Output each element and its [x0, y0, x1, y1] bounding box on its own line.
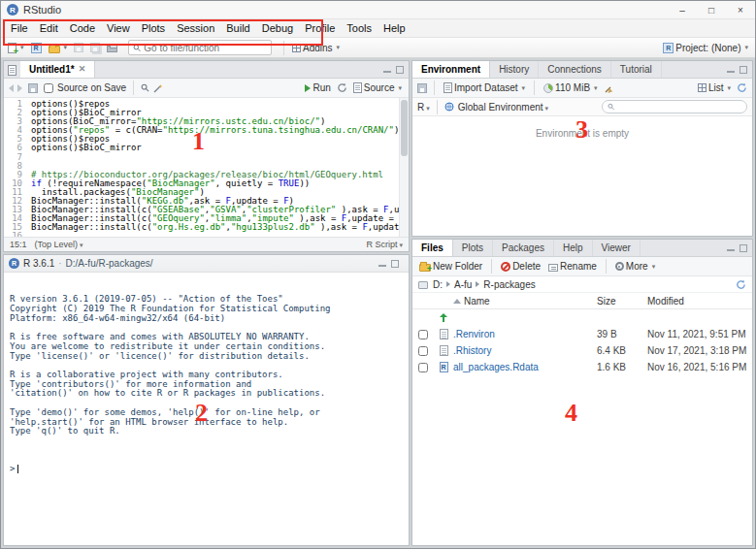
save-source-icon[interactable]: [28, 83, 38, 93]
scope-selector[interactable]: (Top Level): [35, 240, 83, 249]
tab-connections[interactable]: Connections: [539, 61, 611, 78]
delete-button[interactable]: Delete: [499, 258, 542, 275]
code-editor[interactable]: 12345678910111213141516 options()$reposo…: [4, 98, 409, 237]
source-on-save-label: Source on Save: [57, 82, 126, 93]
file-name-link[interactable]: .Rhistory: [453, 345, 491, 356]
clear-objects-broom-icon[interactable]: [604, 82, 615, 94]
save-all-button[interactable]: [88, 39, 102, 56]
minimize-pane-icon[interactable]: [383, 71, 391, 73]
maximize-pane-icon[interactable]: [391, 260, 399, 268]
menu-plots[interactable]: Plots: [136, 20, 171, 36]
tab-packages[interactable]: Packages: [493, 240, 554, 256]
editor-scrollbar[interactable]: [399, 98, 409, 237]
menu-profile[interactable]: Profile: [299, 20, 341, 36]
back-icon[interactable]: [9, 84, 14, 92]
minimize-pane-icon[interactable]: [727, 249, 735, 251]
maximize-button[interactable]: □: [697, 1, 726, 18]
list-view-button[interactable]: List: [696, 80, 733, 97]
menu-edit[interactable]: Edit: [34, 20, 64, 36]
file-type-selector[interactable]: R Script: [366, 240, 403, 249]
parent-directory-row[interactable]: [412, 309, 752, 326]
menu-session[interactable]: Session: [171, 20, 220, 36]
console-separator: ·: [58, 258, 61, 269]
file-row-rhistory[interactable]: .Rhistory 6.4 KB Nov 17, 2021, 3:18 PM: [412, 342, 752, 359]
close-tab-icon[interactable]: ✕: [79, 65, 86, 74]
more-button[interactable]: More: [613, 258, 657, 275]
tab-tutorial[interactable]: Tutorial: [611, 61, 662, 78]
breadcrumb-folder-afu[interactable]: A-fu: [453, 279, 473, 290]
minimize-pane-icon[interactable]: [727, 71, 735, 73]
new-project-button[interactable]: R: [29, 39, 44, 56]
menu-file[interactable]: File: [5, 20, 34, 36]
rerun-icon[interactable]: [337, 82, 347, 93]
tab-help[interactable]: Help: [554, 240, 593, 256]
minimize-button[interactable]: –: [668, 1, 697, 18]
tab-environment[interactable]: Environment: [412, 61, 490, 78]
file-name-link[interactable]: .Renviron: [453, 329, 495, 339]
close-button[interactable]: ×: [726, 1, 755, 18]
file-list-button[interactable]: [6, 61, 18, 79]
minimize-pane-icon[interactable]: [378, 265, 386, 267]
rename-button[interactable]: Rename: [546, 258, 599, 275]
source-tab-untitled1[interactable]: Untitled1* ✕: [20, 61, 95, 78]
maximize-pane-icon[interactable]: [740, 66, 747, 74]
file-modified: Nov 17, 2021, 3:18 PM: [647, 345, 752, 356]
tab-history[interactable]: History: [490, 61, 539, 78]
save-button[interactable]: [72, 39, 85, 56]
menu-help[interactable]: Help: [378, 20, 411, 36]
find-icon[interactable]: [141, 83, 149, 92]
refresh-icon[interactable]: [737, 82, 747, 93]
scrollbar-thumb[interactable]: [401, 100, 408, 156]
refresh-icon[interactable]: [736, 279, 746, 290]
file-size: 39 B: [597, 329, 647, 339]
menu-debug[interactable]: Debug: [256, 20, 299, 36]
column-modified[interactable]: Modified: [647, 296, 752, 307]
new-file-icon: [8, 43, 16, 53]
column-size[interactable]: Size: [597, 296, 647, 307]
file-name-link[interactable]: all_packages.Rdata: [453, 362, 539, 372]
tab-viewer[interactable]: Viewer: [593, 240, 641, 256]
file-checkbox[interactable]: [418, 330, 428, 339]
goto-input[interactable]: [144, 43, 267, 53]
new-folder-button[interactable]: New Folder: [417, 258, 484, 275]
memory-usage-button[interactable]: 110 MiB: [542, 80, 599, 97]
files-breadcrumb: D: A-fu R-packages: [412, 276, 752, 293]
language-selector[interactable]: R: [417, 102, 430, 113]
import-dataset-button[interactable]: Import Dataset: [442, 80, 527, 97]
menu-view[interactable]: View: [101, 20, 136, 36]
breadcrumb-folder-rpackages[interactable]: R-packages: [482, 279, 536, 290]
file-row-renviron[interactable]: .Renviron 39 B Nov 11, 2021, 9:51 PM: [412, 326, 752, 342]
menu-tools[interactable]: Tools: [341, 20, 378, 36]
tab-files[interactable]: Files: [412, 240, 453, 256]
file-checkbox[interactable]: [418, 346, 428, 356]
environment-scope-selector[interactable]: Global Environment: [458, 102, 548, 113]
console-body[interactable]: R version 3.6.1 (2019-07-05) -- "Action …: [4, 273, 409, 545]
project-selector[interactable]: R Project: (None): [661, 39, 750, 56]
print-button[interactable]: [105, 39, 119, 56]
goto-file-function: [128, 40, 272, 55]
toolbar-separator: [283, 41, 284, 55]
source-toolbar: Source on Save Run Source: [4, 79, 409, 98]
file-checkbox[interactable]: [418, 363, 428, 372]
menu-code[interactable]: Code: [64, 20, 101, 36]
r-version-icon: R: [9, 258, 19, 269]
tab-plots[interactable]: Plots: [453, 240, 493, 256]
file-row-all-packages-rdata[interactable]: R all_packages.Rdata 1.6 KB Nov 16, 2021…: [412, 359, 752, 375]
console-working-directory[interactable]: D:/A-fu/R-packages/: [66, 258, 153, 269]
run-button[interactable]: Run: [303, 80, 332, 97]
forward-icon[interactable]: [17, 84, 22, 92]
code-tools-wand-icon[interactable]: [153, 83, 163, 93]
more-label: More: [626, 261, 648, 272]
open-file-button[interactable]: [47, 39, 70, 56]
maximize-pane-icon[interactable]: [396, 66, 404, 74]
new-file-button[interactable]: [6, 39, 26, 56]
maximize-pane-icon[interactable]: [740, 244, 747, 252]
source-on-save-checkbox[interactable]: [44, 83, 53, 93]
menu-build[interactable]: Build: [220, 20, 255, 36]
save-workspace-icon[interactable]: [417, 83, 427, 93]
breadcrumb-drive[interactable]: D:: [432, 279, 444, 290]
addins-button[interactable]: Addins: [290, 39, 342, 56]
column-name[interactable]: Name: [453, 296, 597, 307]
environment-search-input[interactable]: [617, 102, 741, 112]
source-button[interactable]: Source: [351, 80, 404, 97]
